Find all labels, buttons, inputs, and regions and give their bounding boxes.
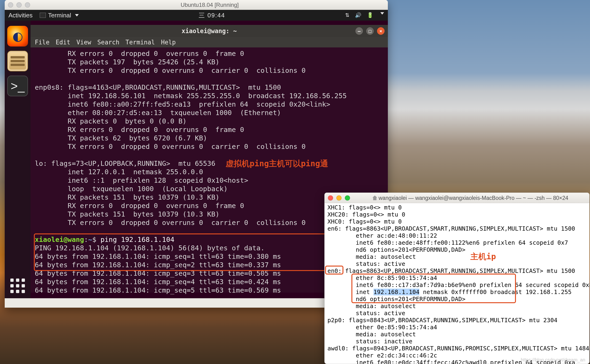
show-applications-icon[interactable]	[10, 279, 25, 293]
ubuntu-dock: ◐ >_	[5, 21, 31, 298]
menu-file[interactable]: File	[35, 38, 50, 46]
minimize-button[interactable]: –	[355, 27, 363, 35]
activities-button[interactable]: Activities	[8, 12, 33, 19]
menu-help[interactable]: Help	[161, 38, 176, 46]
highlight-ping-box	[34, 234, 329, 271]
network-icon[interactable]: ⇅	[345, 12, 349, 18]
vm-window-title: Ubuntu18.04 [Running]	[35, 2, 384, 8]
app-menu-label: Terminal	[48, 12, 71, 19]
volume-icon[interactable]: 🔊	[355, 12, 361, 18]
zoom-icon[interactable]	[25, 2, 30, 7]
gnome-topbar: Activities Terminal 三 09:44 ⇅ 🔊 🔋	[5, 10, 388, 21]
vm-titlebar[interactable]: Ubuntu18.04 [Running]	[5, 0, 388, 10]
close-icon[interactable]	[328, 195, 333, 201]
highlight-en0-box	[325, 266, 343, 274]
terminal-icon	[40, 13, 46, 18]
gterm-title: xiaolei@wang: ~	[31, 27, 388, 35]
firefox-launcher[interactable]: ◐	[7, 26, 28, 46]
chevron-down-icon	[75, 14, 79, 16]
system-tray[interactable]: ⇅ 🔊 🔋	[345, 12, 384, 18]
files-launcher[interactable]	[7, 51, 28, 72]
clock[interactable]: 三 09:44	[79, 11, 345, 20]
highlight-en0-detail-box	[351, 273, 516, 303]
maximize-button[interactable]: □	[366, 27, 374, 35]
mac-titlebar[interactable]: wangxiaolei — wangxiaolei@wangxiaoleis-M…	[325, 193, 589, 203]
terminal-launcher[interactable]: >_	[7, 76, 28, 96]
watermark: https://blog.csdn.net/dream_an	[521, 357, 585, 363]
macos-terminal-window: wangxiaolei — wangxiaolei@wangxiaoleis-M…	[324, 193, 590, 364]
app-menu[interactable]: Terminal	[40, 12, 79, 19]
annotation-vm-ping: 虚拟机ping主机可以ping通	[226, 159, 328, 168]
close-icon[interactable]	[8, 2, 13, 7]
close-button[interactable]: ×	[377, 27, 384, 35]
minimize-icon[interactable]	[336, 195, 342, 201]
minimize-icon[interactable]	[16, 2, 22, 7]
home-icon	[372, 196, 377, 200]
chevron-down-icon[interactable]	[380, 12, 384, 14]
battery-icon[interactable]: 🔋	[367, 12, 373, 18]
annotation-host-ip: 主机ip	[470, 253, 496, 260]
menu-edit[interactable]: Edit	[56, 38, 71, 46]
mac-term-title: wangxiaolei — wangxiaolei@wangxiaoleis-M…	[355, 195, 586, 202]
zoom-icon[interactable]	[345, 195, 350, 201]
gterm-menubar: File Edit View Search Terminal Help	[31, 37, 388, 47]
mac-traffic-lights	[328, 195, 350, 201]
menu-view[interactable]: View	[76, 38, 91, 46]
mac-traffic-lights	[8, 2, 30, 7]
menu-search[interactable]: Search	[97, 38, 119, 46]
gterm-titlebar[interactable]: xiaolei@wang: ~ – □ ×	[31, 25, 388, 37]
menu-terminal[interactable]: Terminal	[126, 38, 155, 46]
